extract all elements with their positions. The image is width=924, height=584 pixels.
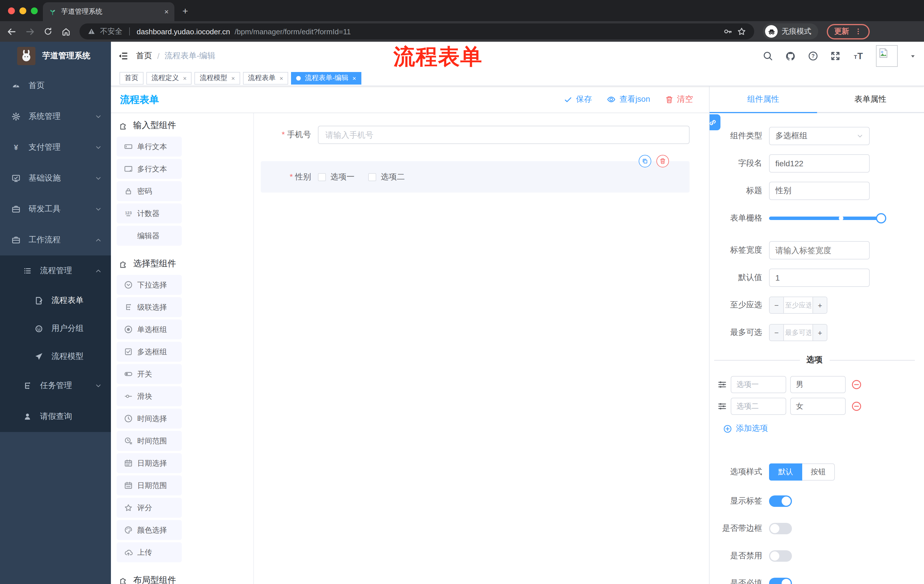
decrease-button[interactable]: −	[770, 297, 784, 313]
drag-handle-icon[interactable]	[718, 380, 727, 389]
option2-name-input[interactable]	[731, 398, 786, 415]
palette-item-multi-line-text[interactable]: 多行文本	[117, 159, 182, 179]
clear-button[interactable]: 清空	[665, 94, 693, 105]
title-input[interactable]	[769, 182, 870, 200]
sidebar-item-process-mgmt[interactable]: 流程管理	[0, 255, 111, 286]
sidebar-item-process-model[interactable]: 流程模型	[0, 342, 111, 370]
sidebar-item-infra[interactable]: 基础设施	[0, 163, 111, 194]
palette-item-date-range[interactable]: 日期范围	[117, 475, 182, 495]
palette-item-rate[interactable]: 评分	[117, 498, 182, 518]
close-window-button[interactable]	[8, 7, 15, 14]
palette-item-password[interactable]: 密码	[117, 181, 182, 201]
decrease-button[interactable]: −	[770, 324, 784, 341]
drag-handle-icon[interactable]	[718, 402, 727, 411]
sidebar-item-payment[interactable]: 支付管理	[0, 132, 111, 163]
palette-item-select[interactable]: 下拉选择	[117, 275, 182, 295]
tag-process-form-edit[interactable]: 流程表单-编辑×	[291, 72, 361, 84]
slider-handle[interactable]	[876, 213, 886, 224]
tag-home[interactable]: 首页	[119, 72, 144, 84]
close-tab-icon[interactable]: ×	[164, 7, 169, 16]
close-tag-icon[interactable]: ×	[183, 74, 187, 81]
form-grid-slider[interactable]	[769, 217, 881, 220]
palette-item-checkbox-group[interactable]: 多选框组	[117, 342, 182, 362]
sidebar-item-user-group[interactable]: 用户分组	[0, 314, 111, 342]
delete-component-button[interactable]	[657, 155, 669, 168]
caret-down-icon[interactable]	[910, 53, 916, 59]
home-icon[interactable]	[61, 26, 71, 36]
browser-update-button[interactable]: 更新	[827, 24, 870, 39]
zoom-window-button[interactable]	[31, 7, 38, 14]
gender-option2-label[interactable]: 选项二	[381, 172, 405, 182]
bookmark-star-icon[interactable]	[737, 27, 746, 36]
search-icon[interactable]	[763, 51, 773, 61]
option1-name-input[interactable]	[731, 376, 786, 393]
duplicate-component-button[interactable]	[639, 155, 651, 168]
password-key-icon[interactable]	[723, 27, 733, 36]
palette-item-radio-group[interactable]: 单选框组	[117, 319, 182, 339]
link-tag-button[interactable]	[709, 114, 721, 130]
palette-item-time-range[interactable]: 时间范围	[117, 431, 182, 451]
palette-item-editor[interactable]: 编辑器	[117, 226, 182, 246]
required-switch[interactable]	[769, 578, 792, 584]
component-type-select[interactable]: 多选框组	[769, 127, 870, 145]
palette-item-time-picker[interactable]: 时间选择	[117, 409, 182, 429]
tab-component-props[interactable]: 组件属性	[710, 86, 817, 112]
default-value-input[interactable]	[769, 268, 870, 287]
save-button[interactable]: 保存	[564, 94, 592, 105]
avatar[interactable]	[876, 45, 898, 67]
option-style-button[interactable]: 按钮	[802, 464, 835, 480]
sidebar-item-task-mgmt[interactable]: 任务管理	[0, 370, 111, 401]
palette-item-counter[interactable]: 计数器	[117, 204, 182, 224]
palette-item-slider[interactable]: 滑块	[117, 386, 182, 406]
palette-item-switch[interactable]: 开关	[117, 364, 182, 384]
palette-item-single-line-text[interactable]: 单行文本	[117, 137, 182, 156]
increase-button[interactable]: +	[812, 297, 827, 313]
sidebar-item-workflow[interactable]: 工作流程	[0, 225, 111, 255]
canvas-field-gender-selected[interactable]: 性别 选项一 选项二	[261, 161, 690, 192]
browser-tab[interactable]: 芋道管理系统 ×	[43, 2, 174, 21]
option1-value-input[interactable]	[790, 376, 846, 393]
tab-form-props[interactable]: 表单属性	[817, 86, 924, 112]
close-tag-icon[interactable]: ×	[353, 74, 356, 81]
max-checked-input[interactable]	[784, 324, 812, 341]
phone-input[interactable]	[318, 126, 690, 144]
back-icon[interactable]	[7, 26, 16, 36]
show-label-switch[interactable]	[769, 495, 792, 507]
label-width-input[interactable]	[769, 241, 870, 260]
collapse-sidebar-icon[interactable]	[118, 51, 128, 61]
disabled-switch[interactable]	[769, 550, 792, 562]
help-icon[interactable]	[808, 51, 818, 61]
canvas-field-phone[interactable]: 手机号	[261, 126, 690, 144]
palette-item-color-picker[interactable]: 颜色选择	[117, 520, 182, 540]
fullscreen-icon[interactable]	[830, 51, 840, 61]
new-tab-button[interactable]: +	[182, 6, 188, 17]
tag-process-form[interactable]: 流程表单×	[243, 72, 289, 84]
add-option-button[interactable]: 添加选项	[723, 422, 924, 435]
palette-item-date-picker[interactable]: 日期选择	[117, 453, 182, 473]
gender-option2-checkbox[interactable]	[368, 173, 376, 181]
gender-option1-checkbox[interactable]	[318, 173, 326, 181]
option2-value-input[interactable]	[790, 398, 846, 415]
sidebar-item-process-form[interactable]: 流程表单	[0, 286, 111, 314]
sidebar-item-devtools[interactable]: 研发工具	[0, 194, 111, 225]
remove-option-icon[interactable]	[851, 380, 862, 390]
tag-process-definition[interactable]: 流程定义×	[146, 72, 192, 84]
min-checked-input[interactable]	[784, 297, 812, 313]
reload-icon[interactable]	[43, 27, 53, 36]
minimize-window-button[interactable]	[20, 7, 26, 14]
close-tag-icon[interactable]: ×	[231, 74, 235, 81]
remove-option-icon[interactable]	[851, 401, 862, 411]
tag-process-model[interactable]: 流程模型×	[195, 72, 240, 84]
palette-item-upload[interactable]: 上传	[117, 542, 182, 562]
font-size-icon[interactable]	[853, 50, 864, 62]
sidebar-item-leave-query[interactable]: 请假查询	[0, 401, 111, 432]
sidebar-item-system[interactable]: 系统管理	[0, 101, 111, 132]
breadcrumb-home[interactable]: 首页	[136, 51, 152, 61]
view-json-button[interactable]: 查看json	[607, 94, 650, 105]
increase-button[interactable]: +	[812, 324, 827, 341]
forward-icon[interactable]	[25, 26, 35, 36]
address-bar[interactable]: 不安全 dashboard.yudao.iocoder.cn/bpm/manag…	[79, 23, 754, 39]
option-style-default[interactable]: 默认	[769, 464, 802, 480]
browser-menu-icon[interactable]	[854, 28, 862, 35]
field-name-input[interactable]	[769, 154, 870, 173]
